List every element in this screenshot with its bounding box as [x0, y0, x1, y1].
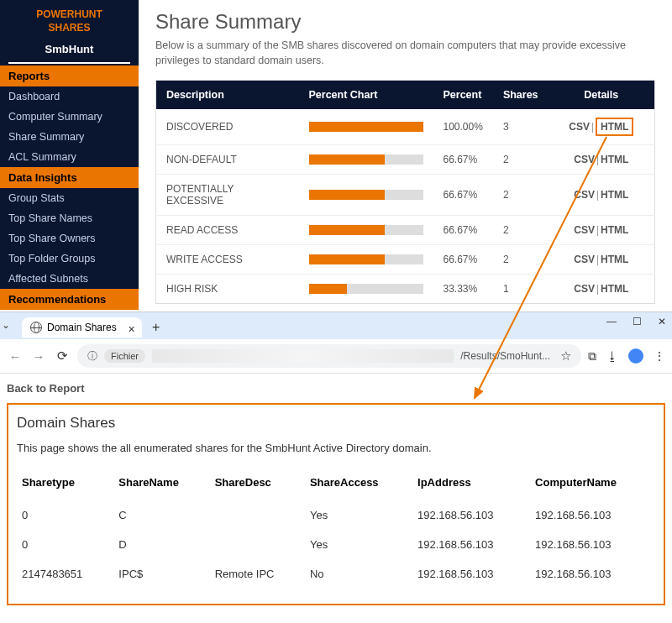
cell: D [113, 530, 209, 559]
cell: 192.168.56.103 [530, 500, 655, 530]
cell-details: CSV|HTML [549, 175, 655, 216]
logo-line1: POWERHUNT [4, 8, 134, 22]
csv-link[interactable]: CSV [569, 121, 590, 133]
table-row: 0CYes192.168.56.103192.168.56.103 [17, 500, 655, 530]
cell-desc: READ ACCESS [156, 216, 299, 245]
table-row: 0DYes192.168.56.103192.168.56.103 [17, 530, 655, 559]
sidebar-item[interactable]: Affected Subnets [0, 269, 139, 289]
summary-table: Description Percent Chart Percent Shares… [155, 80, 655, 304]
csv-link[interactable]: CSV [574, 189, 595, 201]
window-controls: — ☐ ✕ [605, 316, 669, 327]
cell: 0 [17, 500, 113, 530]
cell: 192.168.56.103 [530, 559, 655, 589]
cell: 2147483651 [17, 559, 113, 589]
toolbar-icons: ⧉ ⭳ ⋮ [588, 348, 665, 364]
cell-pct: 33.33% [433, 275, 493, 304]
cell-desc: POTENTIALLY EXCESSIVE [156, 175, 299, 216]
table-row: READ ACCESS66.67%2CSV|HTML [156, 216, 655, 245]
cell: Remote IPC [210, 559, 305, 589]
html-link[interactable]: HTML [601, 154, 628, 165]
csv-link[interactable]: CSV [574, 283, 595, 295]
table-row: DISCOVERED100.00%3CSV|HTML [156, 109, 655, 145]
sidebar-item[interactable]: Top Share Owners [0, 228, 139, 249]
reload-icon[interactable]: ⟳ [54, 348, 71, 364]
cell-details: CSV|HTML [549, 145, 655, 175]
cell: 0 [17, 530, 113, 559]
bookmark-star-icon[interactable]: ☆ [560, 348, 571, 364]
html-link[interactable]: HTML [596, 118, 633, 136]
cell-shares: 2 [493, 175, 549, 216]
cell-shares: 2 [493, 145, 549, 175]
report-col: Sharetype [17, 469, 113, 500]
cell-pct: 66.67% [433, 245, 493, 275]
report-col: IpAddress [412, 469, 530, 500]
html-link[interactable]: HTML [601, 189, 628, 201]
sidebar-item[interactable]: ACL Summary [0, 147, 139, 167]
downloads-icon[interactable]: ⭳ [606, 349, 618, 363]
sidebar: POWERHUNT SHARES SmbHunt ReportsDashboar… [0, 0, 139, 308]
sidebar-item[interactable]: Computer Summary [0, 107, 139, 127]
browser-tab[interactable]: Domain Shares × [22, 317, 142, 338]
cell: 192.168.56.103 [412, 530, 530, 559]
profile-avatar-icon[interactable] [628, 348, 643, 364]
back-to-report-link[interactable]: Back to Report [7, 382, 665, 395]
cell-chart [299, 145, 433, 175]
sidebar-item[interactable]: Dashboard [0, 86, 139, 107]
minimize-icon[interactable]: — [605, 316, 618, 327]
cell-details: CSV|HTML [549, 245, 655, 275]
col-percent-chart: Percent Chart [299, 81, 433, 110]
html-link[interactable]: HTML [601, 283, 628, 295]
cell: No [305, 559, 412, 589]
sidebar-item[interactable]: Top Share Names [0, 208, 139, 228]
report-title: Domain Shares [17, 415, 655, 432]
table-row: NON-DEFAULT66.67%2CSV|HTML [156, 145, 655, 175]
cell-details: CSV|HTML [549, 109, 655, 145]
report-description: This page shows the all enumerated share… [17, 442, 655, 454]
forward-button-icon[interactable]: → [30, 349, 47, 364]
page-title: Share Summary [155, 10, 655, 34]
csv-link[interactable]: CSV [574, 254, 595, 265]
cell-chart [299, 109, 433, 145]
sidebar-item[interactable]: Top Folder Groups [0, 249, 139, 269]
html-link[interactable]: HTML [601, 224, 628, 236]
cell-pct: 66.67% [433, 145, 493, 175]
cell: Yes [305, 530, 412, 559]
cell-shares: 3 [493, 109, 549, 145]
close-tab-icon[interactable]: × [129, 322, 135, 336]
cell-pct: 66.67% [433, 216, 493, 245]
sidebar-item[interactable]: Group Stats [0, 188, 139, 208]
csv-link[interactable]: CSV [574, 224, 595, 236]
tab-bar: ⌄ Domain Shares × + — ☐ ✕ [0, 312, 672, 339]
url-input[interactable]: ⓘ Fichier /Results/SmoHunt... ☆ [77, 344, 581, 368]
sidebar-section-header: Data Insights [0, 167, 139, 188]
report-col: ShareAccess [305, 469, 412, 500]
new-tab-button[interactable]: + [147, 318, 165, 337]
html-link[interactable]: HTML [601, 254, 628, 265]
tab-dropdown-icon[interactable]: ⌄ [2, 319, 10, 331]
table-row: POTENTIALLY EXCESSIVE66.67%2CSV|HTML [156, 175, 655, 216]
dashboard-app: POWERHUNT SHARES SmbHunt ReportsDashboar… [0, 0, 672, 308]
globe-icon [30, 322, 42, 333]
report-col: ShareName [113, 469, 209, 500]
cell-pct: 66.67% [433, 175, 493, 216]
page-description: Below is a summary of the SMB shares dis… [155, 39, 655, 68]
cell-chart [299, 275, 433, 304]
extensions-icon[interactable]: ⧉ [588, 349, 596, 364]
cell [210, 530, 305, 559]
url-redacted [152, 349, 454, 363]
app-logo: POWERHUNT SHARES [0, 0, 139, 39]
col-shares: Shares [493, 81, 549, 110]
menu-icon[interactable]: ⋮ [654, 349, 665, 363]
table-row: 2147483651IPC$Remote IPCNo192.168.56.103… [17, 559, 655, 589]
sidebar-item[interactable]: Share Summary [0, 127, 139, 147]
csv-link[interactable]: CSV [574, 154, 595, 165]
back-button-icon[interactable]: ← [7, 349, 24, 364]
cell: Yes [305, 500, 412, 530]
close-icon[interactable]: ✕ [655, 316, 669, 327]
report-col: ShareDesc [210, 469, 305, 500]
table-row: HIGH RISK33.33%1CSV|HTML [156, 275, 655, 304]
maximize-icon[interactable]: ☐ [630, 316, 643, 327]
report-col: ComputerName [530, 469, 655, 500]
browser-window: ⌄ Domain Shares × + — ☐ ✕ ← → ⟳ ⓘ Fichie… [0, 312, 672, 622]
logo-line2: SHARES [4, 22, 134, 35]
